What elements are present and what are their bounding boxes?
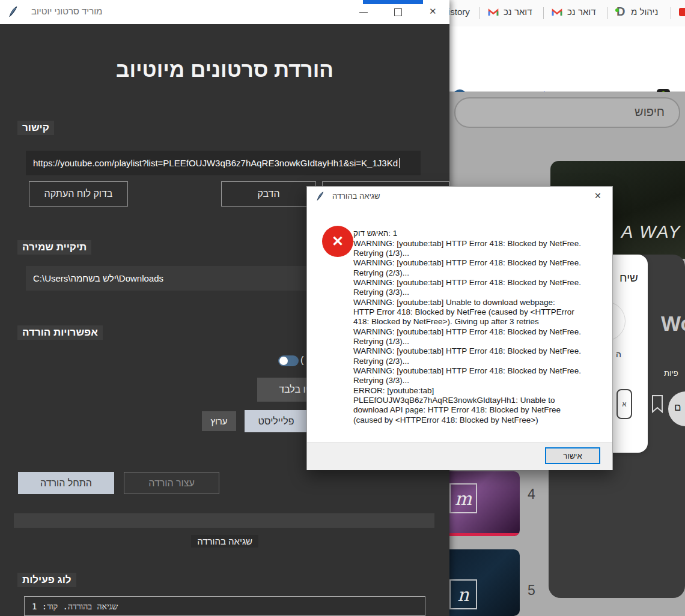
error-log-line: HTTP Error 418: Blocked by NetFree (caus…	[353, 307, 574, 317]
error-log-line: WARNING: [youtube:tab] HTTP Error 418: B…	[353, 346, 581, 356]
error-log-line: Retrying (2/3)...	[353, 268, 409, 278]
link-section-label: קישור	[17, 121, 54, 135]
video-toggle[interactable]	[278, 355, 299, 366]
error-log-line: קוד שגיאה: 1	[353, 228, 397, 238]
error-log-line: WARNING: [youtube:tab] Unable to downloa…	[353, 297, 555, 307]
thumbnail-logo-frame: m	[449, 483, 477, 513]
tab-separator	[671, 7, 671, 19]
youtube-tab-icon[interactable]	[679, 8, 685, 16]
error-log-line: Retrying (1/3)...	[353, 248, 409, 258]
tab-gmail-2[interactable]: דואר נכ	[567, 7, 596, 17]
playlist-index-4: 4	[528, 486, 535, 503]
browser-bookmarks-bar: TG עדכוני טכנולגיה וידאו טוב - מאגר סר..…	[449, 26, 685, 92]
error-log-line: WARNING: [youtube:tab] HTTP Error 418: B…	[353, 277, 581, 288]
python-feather-icon	[315, 191, 325, 202]
error-log-line: Retrying (1/3)...	[353, 336, 409, 346]
python-feather-icon	[7, 5, 19, 19]
channel-label: ערוץ	[210, 416, 227, 426]
error-log-line: download API page: HTTP Error 418: Block…	[353, 405, 561, 415]
gmail-icon	[488, 8, 499, 17]
error-log-line: ERROR: [youtube:tab]	[353, 385, 434, 396]
dialog-titlebar: שגיאה בהורדה ✕	[307, 187, 612, 206]
error-dialog: שגיאה בהורדה ✕ ✕ קוד שגיאה: 1 WARNING: […	[306, 186, 613, 470]
page-title: הורדת סרטונים מיוטיוב	[0, 58, 449, 82]
tab-separator	[480, 7, 480, 19]
app-title: מוריד סרטוני יוטיוב	[31, 6, 102, 16]
tab-history[interactable]: istory	[448, 7, 470, 17]
tab-gmail-1[interactable]: דואר נכ	[504, 7, 532, 17]
playlist-label: פלייליסט	[258, 416, 294, 427]
url-input[interactable]: https://youtube.com/playlist?list=PLEEfO…	[26, 151, 421, 175]
log-line: שגיאה בהורדה. קוד: 1	[25, 597, 425, 616]
error-log-line: (caused by <HTTPError 418: Blocked by Ne…	[353, 415, 538, 425]
d-logo-icon: D	[615, 6, 627, 19]
card-title-fragment: שיח	[620, 271, 638, 285]
error-log-line: 418: Blocked by NetFree>). Giving up aft…	[353, 316, 539, 327]
screen: istory דואר נכ דואר נכ D ניהול מ TG עדכו…	[0, 0, 685, 616]
share-pill-button[interactable]: ם	[668, 391, 685, 426]
error-log-line: Retrying (3/3)...	[353, 287, 409, 297]
activity-log-box[interactable]: שגיאה בהורדה. קוד: 1	[24, 596, 425, 616]
search-pill[interactable]: חיפוש	[454, 97, 680, 128]
toggle-knob	[279, 357, 288, 365]
close-button[interactable]: ✕	[429, 6, 437, 17]
error-log-line: WARNING: [youtube:tab] HTTP Error 418: B…	[353, 327, 581, 337]
playlist-button[interactable]: פלייליסט	[245, 410, 308, 432]
error-log-line: Retrying (3/3)...	[353, 375, 409, 385]
url-value: https://youtube.com/playlist?list=PLEEfO…	[33, 158, 400, 168]
stop-download-label: עצור הורדה	[148, 478, 195, 489]
maximize-button[interactable]	[394, 8, 402, 16]
status-text: שגיאה בהורדה	[191, 535, 258, 548]
check-clipboard-label: בדוק לוח העתקה	[44, 189, 113, 199]
ok-button[interactable]: אישור	[545, 447, 600, 464]
tab-admin[interactable]: ניהול מ	[631, 7, 658, 17]
browser-tab-strip: istory דואר נכ דואר נכ D ניהול מ	[449, 0, 685, 26]
card-subtext-fragment: ה	[616, 349, 621, 359]
error-log-line: WARNING: [youtube:tab] HTTP Error 418: B…	[353, 238, 581, 249]
start-download-label: התחל הורדה	[40, 478, 92, 489]
playlist-index-5: 5	[528, 582, 535, 599]
thumbnail-script-letter: n	[457, 584, 469, 605]
pill-label-fragment: ם	[674, 402, 681, 414]
thumbnail-script-letter: m	[455, 488, 472, 509]
dialog-close-button[interactable]: ✕	[594, 191, 601, 201]
progress-bar	[14, 513, 434, 528]
paste-button[interactable]: הדבק	[221, 181, 316, 207]
thumbnail-logo-frame: n	[449, 579, 477, 609]
paste-label: הדבק	[257, 189, 279, 199]
search-label: חיפוש	[635, 105, 665, 119]
log-section-label: לוג פעילות	[17, 573, 76, 587]
options-section-label: אפשרויות הורדה	[17, 325, 103, 340]
folder-section-label: תיקיית שמירה	[17, 240, 91, 255]
ok-label: אישור	[563, 451, 582, 460]
panel-subtext-fragment: פיות	[664, 369, 678, 378]
toggle-paren-text: (	[300, 355, 303, 366]
tab-separator	[543, 7, 544, 19]
error-log-line: WARNING: [youtube:tab] HTTP Error 418: B…	[353, 366, 581, 376]
error-icon: ✕	[322, 226, 353, 257]
minimize-button[interactable]	[359, 12, 368, 13]
stop-download-button[interactable]: עצור הורדה	[124, 472, 219, 494]
frame-glyph: א	[623, 400, 627, 408]
check-clipboard-button[interactable]: בדוק לוח העתקה	[29, 181, 128, 207]
tab-separator	[607, 7, 607, 19]
hero-thumbnail-text: A WAY	[621, 222, 681, 242]
gmail-icon	[552, 8, 562, 17]
device-frame-icon[interactable]: א	[616, 389, 632, 419]
blue-strip-fragment	[363, 0, 423, 4]
start-download-button[interactable]: התחל הורדה	[18, 472, 114, 494]
error-x-glyph: ✕	[332, 233, 344, 250]
panel-heading-fragment: Wo	[661, 312, 685, 336]
folder-path-value: C:\Users\המחשב שלי\Downloads	[33, 273, 163, 283]
error-log-line: WARNING: [youtube:tab] HTTP Error 418: B…	[353, 258, 581, 268]
error-log-line: PLEEfOUJW3qB6z7hAqRE3nowkGIdtayHh1: Unab…	[353, 395, 555, 405]
bookmark-save-icon[interactable]	[650, 394, 665, 414]
status-row: שגיאה בהורדה	[0, 535, 449, 548]
channel-button[interactable]: ערוץ	[202, 411, 236, 431]
dialog-title: שגיאה בהורדה	[332, 192, 380, 201]
error-log-line: Retrying (2/3)...	[353, 356, 409, 366]
